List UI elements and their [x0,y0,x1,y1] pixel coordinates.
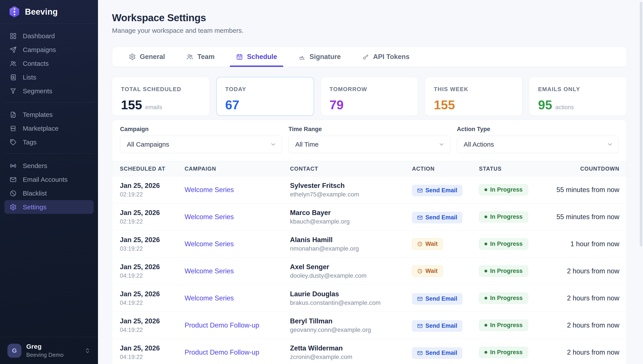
page-title: Workspace Settings [112,12,627,23]
filter-label: Time Range [288,126,450,132]
brand[interactable]: Beeving [0,0,98,24]
table-header: SCHEDULED ATCAMPAIGNCONTACTACTIONSTATUSC… [112,161,626,176]
sidebar-item[interactable]: Blacklist [4,186,94,200]
scheduled-time: 04:19:22 [120,327,185,334]
sidebar-item-label: Segments [23,88,52,95]
mail-icon [417,350,423,356]
mail-icon [417,296,423,302]
stat-label: EMAILS ONLY [538,86,618,93]
table-body: Jan 25, 2026 02:19:22 Welcome Series Syl… [112,176,626,364]
status-badge: In Progress [479,320,528,331]
user-name: Greg [26,343,64,350]
mail-icon [10,176,17,183]
app-window: Beeving Dashboard Campaigns Contacts Lis… [0,0,643,364]
file-text-icon [10,111,17,118]
action-badge: Send Email [412,320,462,332]
table-row: Jan 25, 2026 04:19:22 Welcome Series Lau… [112,285,626,312]
stat-label: TODAY [225,86,305,93]
scheduled-time: 04:19:22 [120,300,185,306]
tab-label: Team [197,53,215,61]
status-badge: In Progress [479,238,528,250]
status-badge: In Progress [479,184,528,196]
sidebar-item[interactable]: Marketplace [4,122,94,135]
sidebar-item-label: Lists [23,74,36,81]
filter-select[interactable]: All Time [288,136,450,153]
funnel-icon [10,88,17,94]
table-row: Jan 25, 2026 03:19:22 Welcome Series Ala… [112,230,626,258]
filter-select[interactable]: All Campaigns [120,136,282,153]
sidebar-item[interactable]: Contacts [4,56,94,70]
scheduled-time: 04:19:22 [120,354,185,360]
filter-group: Action Type All Actions [457,126,619,153]
users-icon [186,53,193,60]
campaign-link[interactable]: Product Demo Follow-up [185,322,259,329]
stat-card[interactable]: EMAILS ONLY 95 actions [529,77,627,116]
filter-group: Campaign All Campaigns [120,126,282,153]
countdown: 2 hours from now [549,267,619,275]
tab-label: General [140,53,165,61]
campaign-link[interactable]: Welcome Series [185,240,234,248]
sidebar-item[interactable]: Dashboard [4,29,94,43]
sidebar-item[interactable]: Tags [4,135,94,149]
scheduled-date: Jan 25, 2026 [120,344,185,352]
sidebar-item[interactable]: Campaigns [4,43,94,56]
avatar: G [8,344,22,358]
filter-select[interactable]: All Actions [457,136,619,153]
users-icon [10,60,17,67]
action-badge: Wait [412,238,443,250]
clock-icon [417,268,423,274]
sidebar-item[interactable]: Settings [4,200,94,214]
tab[interactable]: Signature [292,47,347,67]
tab[interactable]: API Tokens [356,47,416,67]
action-label: Wait [425,240,438,247]
sidebar-item[interactable]: Templates [4,108,94,122]
countdown: 55 minutes from now [549,186,619,194]
address-book-icon [10,74,17,81]
table-column-header: COUNTDOWN [549,166,619,172]
sidebar-item-label: Contacts [23,60,49,67]
store-icon [10,125,17,132]
campaign-link[interactable]: Product Demo Follow-up [185,348,259,356]
chevron-down-icon [607,141,613,148]
gear-icon [10,204,17,210]
send-icon [10,46,17,53]
campaign-link[interactable]: Welcome Series [185,213,234,221]
filters: Campaign All Campaigns Time Range All Ti… [112,120,626,161]
contact-email: ethelyn75@example.com [290,191,412,198]
page-subtitle: Manage your workspace and team members. [112,27,627,34]
countdown: 55 minutes from now [549,213,619,221]
sidebar-item-label: Settings [23,204,46,211]
contact-email: dooley.dusty@example.com [290,272,412,279]
stat-value: 155 [121,98,142,112]
scheduled-date: Jan 25, 2026 [120,236,185,244]
user-menu[interactable]: G Greg Beeving Demo [0,337,98,364]
filter-group: Time Range All Time [288,126,450,153]
table-row: Jan 25, 2026 02:19:22 Welcome Series Syl… [112,176,626,204]
nav-main: Dashboard Campaigns Contacts Lists Segme… [0,24,98,98]
scrollbar-thumb[interactable] [640,2,642,246]
campaign-link[interactable]: Welcome Series [185,294,234,302]
filter-label: Action Type [457,126,619,132]
action-label: Send Email [425,322,457,329]
stat-card[interactable]: TOMORROW 79 [321,77,418,116]
brand-name: Beeving [25,7,58,16]
sidebar-item[interactable]: Senders [4,159,94,172]
campaign-link[interactable]: Welcome Series [185,267,234,275]
sidebar-item[interactable]: Email Accounts [4,172,94,186]
stat-card[interactable]: THIS WEEK 155 [425,77,522,116]
sidebar-item[interactable]: Lists [4,70,94,84]
tab[interactable]: General [123,47,171,67]
stat-card[interactable]: TODAY 67 [216,77,314,116]
stat-suffix: actions [555,104,574,111]
campaign-link[interactable]: Welcome Series [185,186,234,194]
tab[interactable]: Team [180,47,221,67]
filter-value: All Actions [464,141,494,148]
table-column-header: STATUS [479,166,549,172]
settings-tabs: General Team 12 Schedule Signature API T… [112,47,627,67]
action-label: Wait [425,268,438,274]
countdown: 2 hours from now [549,322,619,329]
stat-card[interactable]: TOTAL SCHEDULED 155 emails [112,77,210,116]
mail-icon [417,215,423,220]
sidebar-item[interactable]: Segments [4,84,94,98]
tab[interactable]: 12 Schedule [230,47,283,67]
